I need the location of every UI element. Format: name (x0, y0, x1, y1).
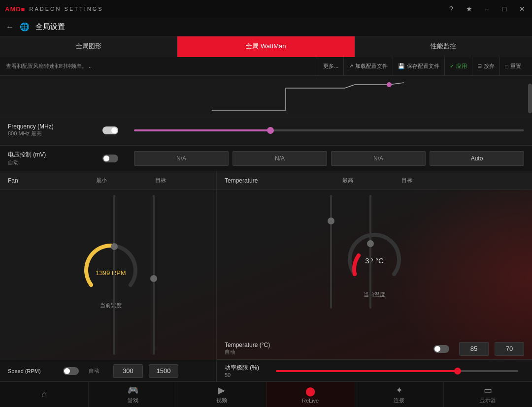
back-button[interactable]: ← (6, 23, 14, 31)
temp-value: 32 °C (365, 256, 384, 265)
fan-min-slider-thumb[interactable] (111, 243, 118, 250)
save-config-button[interactable]: 💾 保存配置文件 (393, 57, 444, 75)
temp-panel-header: Temperature 最高 目标 (217, 171, 532, 190)
voltage-toggle[interactable] (102, 155, 118, 162)
temp-control-toggle[interactable] (433, 345, 449, 353)
temp-max-slider[interactable] (330, 195, 332, 309)
power-slider-fill (276, 370, 458, 372)
temp-gauge-svg: 32 °C (345, 230, 404, 289)
temp-gauge-area: 32 °C 当前温度 (217, 190, 532, 338)
voltage-box-1[interactable]: N/A (134, 151, 229, 166)
temp-max-slider-thumb[interactable] (328, 218, 334, 224)
star-button[interactable]: ★ (464, 5, 474, 13)
power-limit-label: 功率极限 (%) 50 (225, 364, 264, 378)
svg-point-0 (387, 82, 392, 87)
frequency-row: Frequency (MHz) 800 MHz 最高 (0, 115, 532, 146)
close-button[interactable]: ✕ (517, 5, 527, 13)
fan-rpm-value: 1399 RPM (96, 269, 126, 277)
fan-panel-header: Fan 最小 目标 (0, 171, 216, 190)
speed-row: Speed (RPM) 自动 300 1500 (0, 360, 216, 381)
main-content: Frequency (MHz) 800 MHz 最高 电压控制 (mV) 自动 … (0, 76, 532, 381)
frequency-toggle[interactable] (102, 126, 118, 134)
frequency-graph (0, 76, 532, 115)
frequency-slider[interactable] (134, 129, 524, 131)
temp-panel: Temperature 最高 目标 (217, 171, 532, 381)
title-bar-controls: ? ★ − □ ✕ (446, 5, 527, 13)
fan-min-slider[interactable] (113, 195, 115, 355)
frequency-label: Frequency (MHz) 800 MHz 最高 (0, 123, 99, 137)
voltage-box-3[interactable]: N/A (331, 151, 426, 166)
load-config-button[interactable]: ↗ 加载配置文件 (343, 57, 393, 75)
app-title: RADEON SETTINGS (29, 6, 103, 12)
power-slider[interactable] (276, 370, 518, 372)
power-slider-thumb[interactable] (454, 368, 461, 375)
video-icon: ▶ (218, 385, 225, 396)
temp-control-label: Temperature (°C) 自动 (225, 342, 428, 356)
temp-target-value[interactable]: 70 (495, 342, 524, 356)
temp-control-row: Temperature (°C) 自动 85 70 (217, 338, 532, 360)
title-bar-left: AMD■ RADEON SETTINGS (5, 5, 103, 13)
fan-gauge-svg: 1399 RPM (81, 241, 140, 300)
scrollbar-thumb (528, 84, 532, 113)
reset-button[interactable]: □ 重置 (499, 57, 526, 75)
maximize-button[interactable]: □ (499, 5, 509, 13)
fan-temp-section: Fan 最小 目标 (0, 171, 532, 381)
tab-graphics[interactable]: 全局图形 (0, 36, 177, 57)
speed-min-value[interactable]: 300 (113, 364, 143, 378)
tab-wattman[interactable]: 全局 WattMan (177, 36, 355, 57)
fan-min-slider-container (113, 195, 115, 355)
voltage-label: 电压控制 (mV) 自动 (0, 151, 99, 166)
connect-icon: ✦ (396, 385, 403, 396)
scrollbar[interactable] (528, 76, 532, 115)
nav-games[interactable]: 🎮 游戏 (89, 382, 177, 407)
nav-video[interactable]: ▶ 视频 (177, 382, 266, 407)
bottom-nav: ⌂ 🎮 游戏 ▶ 视频 ⬤ ReLive ✦ 连接 ▭ 显示器 (0, 381, 532, 407)
voltage-row: 电压控制 (mV) 自动 N/A N/A N/A Auto (0, 146, 532, 171)
relive-icon: ⬤ (305, 386, 315, 397)
frequency-slider-area (126, 129, 532, 131)
toolbar: 查看和配置风扇转速和时钟频率。... 更多... ↗ 加载配置文件 💾 保存配置… (0, 57, 532, 76)
voltage-box-2[interactable]: N/A (233, 151, 327, 166)
fan-panel: Fan 最小 目标 (0, 171, 217, 381)
power-limit-row: 功率极限 (%) 50 (217, 360, 532, 381)
nav-display[interactable]: ▭ 显示器 (444, 382, 532, 407)
nav-home[interactable]: ⌂ (0, 382, 89, 407)
toolbar-description: 查看和配置风扇转速和时钟频率。... (6, 63, 318, 70)
nav-bar: ← 🌐 全局设置 (0, 18, 532, 36)
discard-button[interactable]: ⊟ 放弃 (472, 57, 499, 75)
title-bar: AMD■ RADEON SETTINGS ? ★ − □ ✕ (0, 0, 532, 18)
more-button[interactable]: 更多... (318, 57, 343, 75)
page-title: 全局设置 (35, 22, 65, 31)
temp-gauge-container: 32 °C 当前温度 (345, 230, 404, 298)
home-icon: ⌂ (41, 389, 47, 400)
help-button[interactable]: ? (446, 5, 456, 13)
fan-gauge-container: 1399 RPM 当前速度 (81, 241, 140, 309)
speed-toggle[interactable] (63, 367, 79, 375)
nav-relive[interactable]: ⬤ ReLive (266, 382, 355, 407)
frequency-slider-thumb[interactable] (267, 127, 274, 134)
fan-target-slider-container (153, 195, 155, 355)
games-icon: 🎮 (128, 385, 138, 396)
speed-max-value[interactable]: 1500 (149, 364, 178, 378)
graph-area (0, 76, 532, 115)
display-icon: ▭ (484, 385, 492, 396)
nav-connect[interactable]: ✦ 连接 (355, 382, 444, 407)
apply-button[interactable]: ✓ 应用 (444, 57, 472, 75)
minimize-button[interactable]: − (482, 5, 492, 13)
globe-icon: 🌐 (20, 22, 30, 31)
tabs-bar: 全局图形 全局 WattMan 性能监控 (0, 36, 532, 57)
tab-monitor[interactable]: 性能监控 (355, 36, 532, 57)
voltage-boxes: N/A N/A N/A Auto (126, 151, 532, 166)
temp-max-value[interactable]: 85 (459, 342, 489, 356)
voltage-box-auto[interactable]: Auto (430, 151, 524, 166)
fan-target-slider[interactable] (153, 195, 155, 355)
temp-target-slider[interactable] (369, 195, 371, 309)
frequency-slider-fill (134, 129, 270, 131)
fan-target-slider-thumb[interactable] (150, 275, 157, 282)
amd-logo: AMD■ (5, 5, 25, 13)
